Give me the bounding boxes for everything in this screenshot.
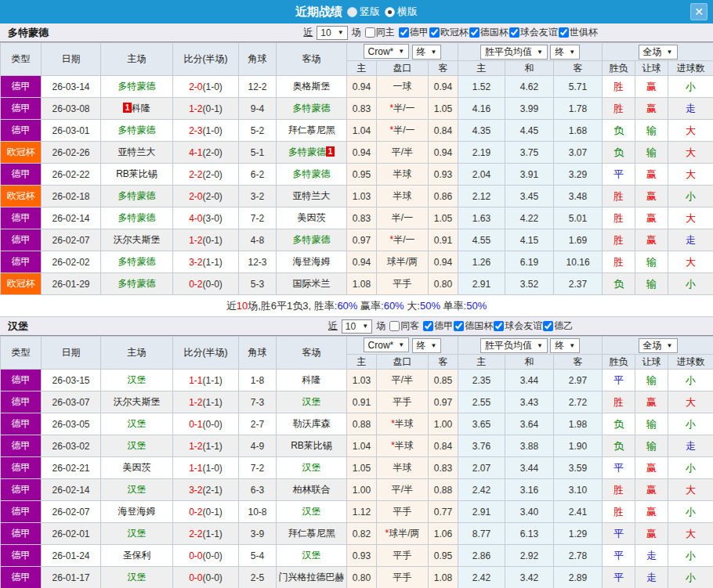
- fullmatch-group-header: 全场▼: [603, 337, 713, 355]
- league-filter[interactable]: 球会友谊: [494, 319, 542, 333]
- away-odds: 0.95: [429, 545, 458, 567]
- final-odds-dropdown[interactable]: 终▼: [412, 338, 442, 353]
- win-loss-result: 胜: [603, 186, 635, 207]
- halftime-score: (2-1): [203, 485, 223, 496]
- col-corner: 角球: [239, 43, 277, 76]
- handicap-result: 输: [635, 413, 668, 435]
- league-checkbox[interactable]: [494, 321, 504, 331]
- same-venue-checkbox[interactable]: [365, 27, 375, 38]
- score-cell: 1-2(0-1): [173, 98, 239, 120]
- sub-result: 胜负: [603, 61, 635, 76]
- sub-handicap-result: 让球: [635, 61, 668, 76]
- league-filter[interactable]: 球会友谊: [509, 26, 558, 39]
- home-team: 汉堡: [101, 435, 173, 457]
- league-filter[interactable]: 世俱杯: [559, 26, 598, 39]
- league-filter[interactable]: 德国杯: [469, 26, 509, 39]
- league-checkbox[interactable]: [399, 27, 409, 38]
- fulltime-score: 1-2: [189, 441, 202, 452]
- league-filter[interactable]: 德甲: [423, 319, 453, 333]
- layout-vertical-option[interactable]: 竖版: [347, 5, 380, 19]
- recent-label[interactable]: 近: [303, 26, 313, 39]
- avg-home-odds: 2.42: [458, 479, 505, 501]
- avg-home-odds: 2.86: [458, 545, 505, 567]
- corner-count: 4-8: [239, 229, 277, 251]
- odds-source-dropdown[interactable]: Crow*▼: [364, 337, 410, 352]
- corner-count: 5-4: [239, 545, 277, 567]
- team-label: 汉堡: [302, 550, 321, 561]
- league-checkbox[interactable]: [469, 27, 480, 38]
- match-date: 26-03-08: [42, 98, 101, 120]
- team-name: 汉堡: [8, 319, 133, 334]
- radio-unselected-icon[interactable]: [347, 7, 357, 17]
- league-type-cell: 德甲: [1, 413, 42, 435]
- match-date: 26-02-07: [42, 501, 101, 523]
- team-label: 圣保利: [123, 550, 151, 561]
- team-label: 门兴格拉德巴赫: [279, 572, 345, 583]
- fullmatch-dropdown[interactable]: 全场▼: [639, 338, 678, 353]
- avg-home-odds: 2.55: [458, 391, 505, 413]
- recent-count-select[interactable]: 10 ▼: [317, 26, 347, 40]
- goals-result: 大: [668, 479, 713, 501]
- league-filter[interactable]: 德甲: [399, 26, 429, 39]
- close-button[interactable]: ✕: [690, 3, 708, 20]
- corner-count: 12-2: [239, 76, 277, 98]
- league-checkbox[interactable]: [509, 27, 519, 38]
- recent-label[interactable]: 近: [328, 319, 338, 333]
- league-type-cell: 德甲: [1, 229, 42, 251]
- home-odds: 1.04: [347, 435, 377, 457]
- same-venue-checkbox[interactable]: [389, 321, 400, 331]
- handicap-result: 走: [635, 545, 668, 567]
- league-filter[interactable]: 德国杯: [454, 319, 493, 333]
- handicap-result: 赢: [635, 457, 668, 479]
- avg-odds-dropdown[interactable]: 胜平负均值▼: [480, 338, 548, 353]
- fullmatch-dropdown[interactable]: 全场▼: [639, 45, 678, 60]
- radio-selected-icon[interactable]: [385, 7, 395, 17]
- corner-count: 5-2: [239, 120, 277, 142]
- final-avg-dropdown[interactable]: 终▼: [550, 45, 580, 60]
- away-odds: 0.85: [429, 370, 458, 391]
- match-date: 26-01-29: [42, 273, 101, 295]
- handicap-line: *半球: [377, 413, 429, 435]
- avg-home-odds: 2.19: [458, 142, 505, 164]
- summary-part: 10: [237, 300, 248, 312]
- league-checkbox[interactable]: [423, 321, 433, 331]
- home-odds: 0.93: [347, 545, 377, 567]
- home-team: 汉堡: [101, 370, 173, 391]
- away-odds: 1.05: [429, 207, 458, 229]
- summary-part: 赢率:: [357, 299, 383, 313]
- chevron-down-icon: ▼: [431, 49, 437, 56]
- layout-horizontal-option[interactable]: 横版: [385, 5, 418, 19]
- halftime-score: (0-0): [203, 279, 223, 290]
- avg-odds-dropdown[interactable]: 胜平负均值▼: [480, 45, 548, 60]
- avg-home-odds: 2.07: [458, 457, 505, 479]
- league-filter[interactable]: 欧冠杯: [429, 26, 469, 39]
- same-venue-filter[interactable]: 同客: [389, 319, 419, 333]
- filter-bar: 近 10 ▼ 场 同客 德甲德国杯球会友谊德乙: [328, 319, 573, 334]
- away-team: 汉堡: [277, 501, 347, 523]
- summary-part: 60%: [337, 300, 357, 312]
- league-checkbox[interactable]: [429, 27, 440, 38]
- odds-source-dropdown[interactable]: Crow*▼: [364, 44, 410, 59]
- match-date: 26-02-07: [42, 229, 101, 251]
- team-label: 科隆: [132, 103, 150, 114]
- home-odds: 0.94: [347, 76, 377, 98]
- same-venue-filter[interactable]: 同主: [365, 26, 395, 39]
- recent-count-select[interactable]: 10 ▼: [342, 319, 372, 334]
- league-checkbox[interactable]: [559, 27, 569, 38]
- score-cell: 0-2(0-0): [173, 273, 239, 295]
- league-filter[interactable]: 德乙: [543, 319, 573, 333]
- league-checkbox[interactable]: [454, 321, 464, 331]
- league-type-cell: 德甲: [1, 567, 42, 588]
- team-section-hamburg: 汉堡 近 10 ▼ 场 同客 德甲德国杯球会友谊德乙 类型 日期: [0, 317, 713, 588]
- fulltime-score: 3-2: [189, 257, 202, 268]
- final-avg-dropdown[interactable]: 终▼: [550, 338, 580, 353]
- league-checkbox[interactable]: [543, 321, 553, 331]
- goals-result: 走: [668, 98, 713, 120]
- avg-home-odds: 4.55: [458, 229, 505, 251]
- league-filter-group: 德甲欧冠杯德国杯球会友谊世俱杯: [399, 26, 598, 39]
- final-odds-dropdown[interactable]: 终▼: [412, 45, 442, 60]
- away-team: 拜仁慕尼黑: [277, 523, 347, 545]
- avg-away-odds: 3.59: [554, 457, 603, 479]
- away-odds: 0.84: [429, 435, 458, 457]
- fulltime-score: 4-0: [189, 213, 202, 224]
